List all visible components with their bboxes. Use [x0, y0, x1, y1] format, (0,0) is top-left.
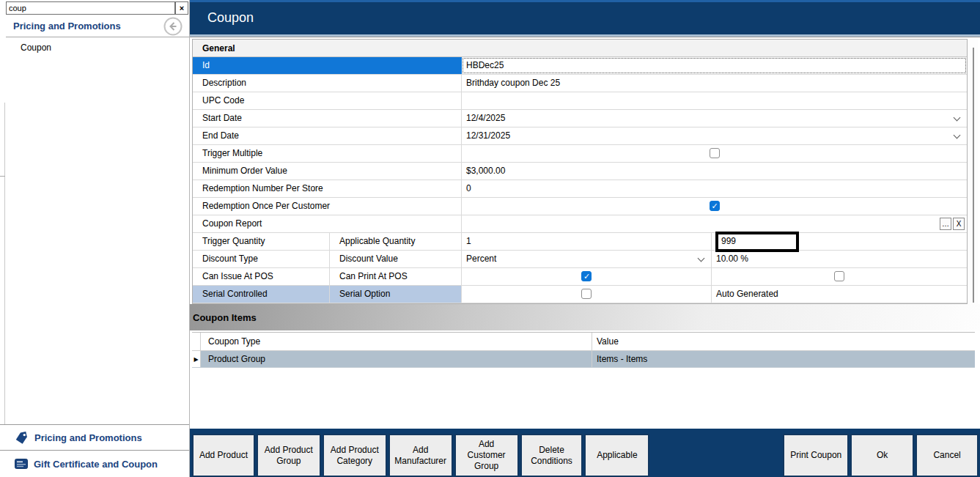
- redemption-once-per-customer-label: Redemption Once Per Customer: [193, 198, 462, 215]
- discount-value-label: Discount Value: [330, 251, 462, 267]
- redemption-number-per-store-label: Redemption Number Per Store: [193, 180, 462, 197]
- applicable-button[interactable]: Applicable: [584, 434, 649, 477]
- field-row-trigger-multiple: Trigger Multiple: [193, 145, 967, 163]
- field-row-redemption-number-per-store: Redemption Number Per Store 0: [193, 180, 967, 198]
- redemption-once-per-customer-checkbox[interactable]: [710, 201, 720, 211]
- sidebar-header-title: Pricing and Promotions: [13, 21, 121, 32]
- can-issue-at-pos-checkbox[interactable]: [581, 271, 592, 281]
- serial-option-value[interactable]: Auto Generated: [712, 286, 967, 303]
- end-date-label: End Date: [193, 127, 462, 144]
- applicable-quantity-input-highlighted[interactable]: 999: [715, 232, 799, 252]
- add-product-category-button[interactable]: Add Product Category: [323, 434, 387, 477]
- row-indicator-cell: ▶: [192, 351, 201, 367]
- discount-type-dropdown[interactable]: Percent: [462, 251, 712, 267]
- close-icon: ×: [180, 4, 184, 12]
- field-row-discount: Discount Type Discount Value Percent 10.…: [193, 251, 967, 268]
- chevron-down-icon[interactable]: [698, 255, 705, 262]
- coupon-report-input[interactable]: … X: [462, 215, 967, 232]
- field-row-coupon-report: Coupon Report … X: [193, 215, 967, 233]
- minimum-order-value-input[interactable]: $3,000.00: [462, 163, 967, 180]
- serial-controlled-label: Serial Controlled: [193, 286, 330, 303]
- header-divider-dark: [190, 37, 980, 37]
- grid-data-row[interactable]: ▶ Product Group Items - Items: [192, 351, 975, 368]
- upc-code-label: UPC Code: [193, 92, 462, 109]
- sidebar-item-coupon[interactable]: Coupon: [21, 42, 51, 53]
- add-product-button[interactable]: Add Product: [192, 434, 255, 477]
- sidebar-splitter-tick: [0, 176, 5, 177]
- cancel-button[interactable]: Cancel: [915, 434, 979, 477]
- back-arrow-icon[interactable]: [163, 17, 183, 36]
- general-section: General Id HBDec25 Description Brithday …: [192, 39, 968, 304]
- sidebar-splitter-line: [4, 103, 5, 425]
- redemption-number-per-store-input[interactable]: 0: [462, 180, 967, 197]
- ok-button[interactable]: Ok: [850, 434, 914, 477]
- sidebar-item-pricing-and-promotions[interactable]: Pricing and Promotions: [0, 424, 189, 450]
- main-panel: Coupon General Id HBDec25 Description Br…: [190, 0, 980, 477]
- sidebar-header: Pricing and Promotions: [6, 15, 189, 37]
- description-input[interactable]: Brithday coupon Dec 25: [462, 75, 967, 92]
- description-label: Description: [193, 75, 462, 92]
- coupon-report-label: Coupon Report: [193, 215, 462, 232]
- value-cell[interactable]: Items - Items: [592, 351, 975, 367]
- field-row-redemption-once-per-customer: Redemption Once Per Customer: [193, 198, 967, 215]
- coupon-items-grid: Coupon Type Value ▶ Product Group Items …: [192, 332, 975, 368]
- chevron-down-icon[interactable]: [954, 132, 961, 139]
- sidebar-item-gift-certificate-and-coupon[interactable]: Gift Certificate and Coupon: [0, 450, 189, 477]
- can-print-at-pos-checkbox[interactable]: [834, 271, 844, 281]
- navigation-sidebar: × Pricing and Promotions Coupon: [0, 0, 190, 477]
- field-row-description: Description Brithday coupon Dec 25: [193, 75, 967, 92]
- add-manufacturer-button[interactable]: Add Manufacturer: [388, 434, 453, 477]
- trigger-multiple-checkbox[interactable]: [710, 148, 720, 158]
- id-label: Id: [193, 57, 462, 74]
- add-product-group-button[interactable]: Add Product Group: [257, 434, 321, 477]
- page-header: Coupon: [190, 0, 980, 34]
- start-date-dropdown[interactable]: 12/4/2025: [462, 110, 967, 127]
- trigger-quantity-label: Trigger Quantity: [193, 233, 330, 250]
- trigger-quantity-input[interactable]: 1: [462, 233, 712, 250]
- toolbar-spacer: [651, 434, 783, 477]
- sidebar-item-label: Pricing and Promotions: [34, 432, 142, 443]
- can-issue-at-pos-label: Can Issue At POS: [193, 268, 330, 285]
- column-header-value[interactable]: Value: [592, 333, 975, 350]
- end-date-dropdown[interactable]: 12/31/2025: [462, 127, 967, 144]
- form-scrollbar[interactable]: [969, 39, 978, 304]
- field-row-quantities: Trigger Quantity Applicable Quantity 1 9…: [193, 233, 967, 251]
- search-input[interactable]: [7, 2, 174, 14]
- field-row-start-date: Start Date 12/4/2025: [193, 110, 967, 127]
- trigger-multiple-label: Trigger Multiple: [193, 145, 462, 162]
- column-header-coupon-type[interactable]: Coupon Type: [201, 333, 592, 350]
- bottom-toolbar: Add Product Add Product Group Add Produc…: [190, 429, 980, 477]
- field-row-upc-code: UPC Code: [193, 92, 967, 110]
- start-date-label: Start Date: [193, 110, 462, 127]
- delete-conditions-button[interactable]: Delete Conditions: [520, 434, 583, 477]
- field-row-id: Id HBDec25: [193, 57, 967, 75]
- field-row-minimum-order-value: Minimum Order Value $3,000.00: [193, 163, 967, 180]
- discount-type-label: Discount Type: [193, 251, 330, 267]
- general-section-title: General: [193, 40, 967, 57]
- upc-code-input[interactable]: [462, 92, 967, 109]
- can-print-at-pos-label: Can Print At POS: [330, 268, 462, 285]
- gift-card-icon: [15, 459, 28, 469]
- search-input-wrap: [6, 1, 175, 15]
- search-close-button[interactable]: ×: [175, 1, 188, 15]
- serial-controlled-checkbox[interactable]: [581, 289, 592, 299]
- applicable-quantity-label: Applicable Quantity: [330, 233, 462, 250]
- field-row-end-date: End Date 12/31/2025: [193, 127, 967, 145]
- price-tag-icon: [15, 431, 29, 445]
- scrollbar-thumb[interactable]: [973, 48, 974, 303]
- coupon-items-section-title: Coupon Items: [190, 304, 980, 330]
- discount-value-input[interactable]: 10.00 %: [712, 251, 967, 267]
- clear-x-button[interactable]: X: [953, 218, 965, 230]
- chevron-down-icon[interactable]: [954, 114, 961, 122]
- add-customer-group-button[interactable]: Add Customer Group: [454, 434, 519, 477]
- print-coupon-button[interactable]: Print Coupon: [783, 434, 849, 477]
- coupon-type-cell[interactable]: Product Group: [201, 351, 592, 367]
- grid-header-row: Coupon Type Value: [192, 333, 975, 351]
- minimum-order-value-label: Minimum Order Value: [193, 163, 462, 180]
- coupon-window: × Pricing and Promotions Coupon: [0, 0, 980, 477]
- field-row-serial-clipped: Serial Controlled Serial Option Auto Gen…: [193, 286, 967, 303]
- browse-ellipsis-button[interactable]: …: [940, 218, 951, 230]
- page-title: Coupon: [207, 10, 254, 26]
- current-row-marker-icon: ▶: [194, 356, 198, 363]
- id-input[interactable]: HBDec25: [463, 58, 966, 73]
